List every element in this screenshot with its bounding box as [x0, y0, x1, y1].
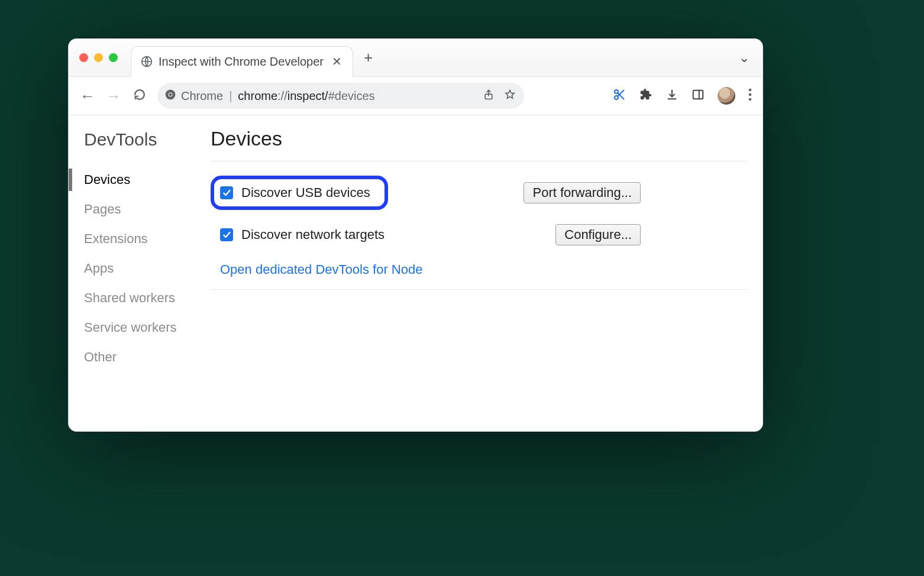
svg-rect-7 [693, 90, 703, 99]
svg-point-5 [615, 90, 618, 93]
toolbar: ← → Chrome | chrome://inspect/#devices [69, 77, 763, 115]
kebab-menu-icon[interactable] [748, 88, 752, 103]
close-window-button[interactable] [79, 53, 88, 62]
browser-tab[interactable]: Inspect with Chrome Developer ✕ [131, 46, 353, 77]
svg-point-10 [749, 93, 752, 96]
sidebar-item-apps[interactable]: Apps [84, 254, 211, 283]
maximize-window-button[interactable] [109, 53, 118, 62]
sidebar-item-shared-workers[interactable]: Shared workers [84, 283, 211, 313]
scissors-icon[interactable] [612, 88, 626, 104]
row-discover-usb: Discover USB devices Port forwarding... [211, 169, 747, 217]
profile-avatar[interactable] [718, 87, 735, 105]
main-heading: Devices [211, 127, 747, 161]
toolbar-actions [612, 87, 752, 105]
omnibox-divider: | [229, 89, 232, 103]
globe-icon [141, 56, 153, 67]
sidebar: DevTools Devices Pages Extensions Apps S… [69, 115, 211, 431]
svg-point-11 [749, 98, 752, 101]
sidebar-heading: DevTools [84, 130, 211, 150]
bookmark-star-icon[interactable] [504, 89, 516, 103]
omnibox[interactable]: Chrome | chrome://inspect/#devices [157, 83, 524, 109]
sidebar-item-service-workers[interactable]: Service workers [84, 313, 211, 342]
browser-window: Inspect with Chrome Developer ✕ + ⌄ ← → … [68, 38, 763, 432]
sidebar-item-other[interactable]: Other [84, 342, 211, 372]
label-discover-network: Discover network targets [241, 227, 385, 242]
port-forwarding-button[interactable]: Port forwarding... [524, 182, 641, 203]
section-divider [211, 289, 747, 290]
configure-button[interactable]: Configure... [555, 224, 641, 245]
site-chip-label: Chrome [181, 89, 223, 103]
open-devtools-node-link[interactable]: Open dedicated DevTools for Node [211, 253, 747, 287]
traffic-lights [79, 53, 118, 62]
highlight-box: Discover USB devices [211, 176, 388, 210]
back-button[interactable]: ← [79, 87, 96, 105]
chrome-logo-icon [164, 89, 176, 103]
tab-title: Inspect with Chrome Developer [159, 55, 324, 69]
extensions-icon[interactable] [639, 88, 652, 103]
titlebar: Inspect with Chrome Developer ✕ + ⌄ [69, 39, 763, 77]
new-tab-button[interactable]: + [364, 48, 373, 67]
svg-point-9 [749, 89, 752, 92]
downloads-icon[interactable] [665, 88, 679, 103]
url-text: chrome://inspect/#devices [238, 89, 374, 103]
close-tab-icon[interactable]: ✕ [329, 53, 344, 70]
main-panel: Devices Discover USB devices Port forwar… [211, 115, 763, 431]
checkbox-discover-network[interactable] [220, 228, 233, 241]
sidebar-item-extensions[interactable]: Extensions [84, 224, 211, 254]
minimize-window-button[interactable] [94, 53, 103, 62]
svg-point-6 [615, 96, 618, 99]
share-icon[interactable] [483, 89, 495, 103]
checkbox-discover-usb[interactable] [220, 186, 233, 199]
label-discover-usb: Discover USB devices [241, 185, 370, 200]
sidebar-item-pages[interactable]: Pages [84, 195, 211, 224]
side-panel-icon[interactable] [692, 88, 705, 103]
page-content: DevTools Devices Pages Extensions Apps S… [69, 115, 763, 431]
svg-point-3 [169, 93, 172, 96]
site-chip[interactable]: Chrome [164, 89, 223, 103]
forward-button[interactable]: → [105, 87, 122, 105]
reload-button[interactable] [131, 87, 148, 105]
sidebar-item-devices[interactable]: Devices [84, 165, 211, 195]
tabs-dropdown-icon[interactable]: ⌄ [739, 50, 749, 66]
row-discover-network: Discover network targets Configure... [211, 217, 747, 253]
